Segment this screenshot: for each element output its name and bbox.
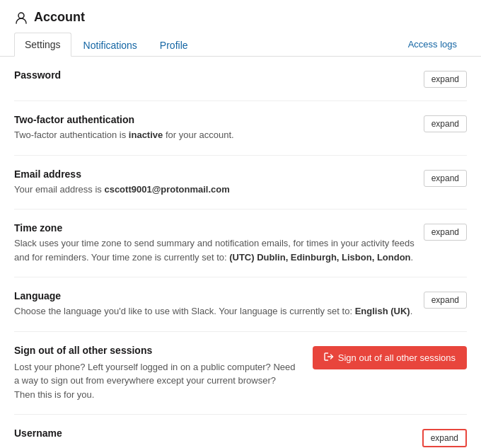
two-factor-title: Two-factor authentication <box>14 114 417 125</box>
email-section: Email address Your email address is csco… <box>14 156 467 210</box>
sign-out-button[interactable]: Sign out of all other sessions <box>313 346 467 369</box>
content-area: Password expand Two-factor authenticatio… <box>0 57 481 448</box>
two-factor-desc-bold: inactive <box>129 130 163 140</box>
language-body: Language Choose the language you'd like … <box>14 290 417 318</box>
page-title: Account <box>34 10 85 25</box>
timezone-expand-button[interactable]: expand <box>424 224 467 241</box>
email-desc: Your email address is cscott9001@protonm… <box>14 183 417 197</box>
password-title: Password <box>14 69 417 81</box>
tab-notifications[interactable]: Notifications <box>73 33 148 57</box>
language-desc: Choose the language you'd like to use wi… <box>14 304 417 318</box>
timezone-desc-suffix: . <box>411 252 414 263</box>
two-factor-desc-suffix: for your account. <box>163 130 233 140</box>
password-expand-button[interactable]: expand <box>424 71 467 88</box>
language-title: Language <box>14 290 417 301</box>
two-factor-section: Two-factor authentication Two-factor aut… <box>14 101 467 156</box>
language-section: Language Choose the language you'd like … <box>14 277 467 332</box>
two-factor-body: Two-factor authentication Two-factor aut… <box>14 114 417 142</box>
password-body: Password <box>14 69 417 84</box>
email-body: Email address Your email address is csco… <box>14 168 417 197</box>
email-title: Email address <box>14 168 417 180</box>
two-factor-desc: Two-factor authentication is inactive fo… <box>14 128 417 142</box>
username-expand-button[interactable]: expand <box>422 429 467 447</box>
language-expand-button[interactable]: expand <box>424 292 467 309</box>
sign-out-body: Sign out of all other sessions Lost your… <box>14 345 299 402</box>
timezone-desc-bold: (UTC) Dublin, Edinburgh, Lisbon, London <box>229 252 410 263</box>
sign-out-desc: Lost your phone? Left yourself logged in… <box>14 360 299 402</box>
tab-profile[interactable]: Profile <box>149 33 199 57</box>
language-desc-suffix: . <box>410 306 413 316</box>
sign-out-title: Sign out of all other sessions <box>14 345 299 356</box>
sign-out-icon <box>324 352 334 364</box>
username-body: Username <box>14 427 415 442</box>
sign-out-button-label: Sign out of all other sessions <box>338 352 456 363</box>
email-desc-prefix: Your email address is <box>14 184 104 195</box>
username-section: Username expand <box>14 415 467 448</box>
tab-settings[interactable]: Settings <box>14 33 71 57</box>
timezone-title: Time zone <box>14 222 417 234</box>
svg-point-0 <box>18 13 24 18</box>
language-desc-prefix: Choose the language you'd like to use wi… <box>14 306 355 316</box>
password-section: Password expand <box>14 57 467 101</box>
timezone-section: Time zone Slack uses your time zone to s… <box>14 209 467 277</box>
access-logs-link[interactable]: Access logs <box>398 33 467 55</box>
language-desc-bold: English (UK) <box>355 306 410 316</box>
username-title: Username <box>14 427 415 439</box>
timezone-desc: Slack uses your time zone to send summar… <box>14 236 417 264</box>
email-desc-bold: cscott9001@protonmail.com <box>104 184 229 195</box>
sign-out-section: Sign out of all other sessions Lost your… <box>14 332 467 415</box>
person-icon <box>14 11 28 25</box>
two-factor-expand-button[interactable]: expand <box>424 115 467 132</box>
tab-bar: Settings Notifications Profile Access lo… <box>14 32 467 56</box>
timezone-body: Time zone Slack uses your time zone to s… <box>14 222 417 264</box>
two-factor-desc-prefix: Two-factor authentication is <box>14 130 129 140</box>
email-expand-button[interactable]: expand <box>424 170 467 187</box>
